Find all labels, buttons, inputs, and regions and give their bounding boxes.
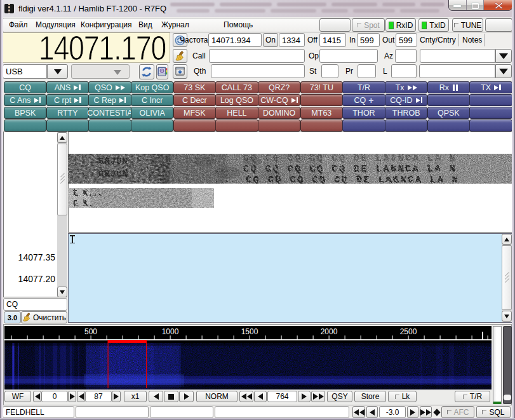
svg-text:GRJUN: GRJUN	[98, 169, 128, 179]
svg-text:E K...: E K...	[73, 189, 103, 198]
svg-text:2500: 2500	[400, 327, 417, 336]
svg-text:GRJUN: GRJUN	[98, 156, 128, 166]
svg-text:1500: 1500	[241, 327, 258, 336]
svg-text:CQ CQ CQ CQ CQ DE LA6NCA LA N: CQ CQ CQ CQ CQ DE LA6NCA LA N	[246, 175, 459, 184]
svg-text:CQ CQ CQ CQ CQ DE LA6NCA LA N: CQ CQ CQ CQ CQ DE LA6NCA LA N	[243, 154, 457, 164]
svg-text:2000: 2000	[321, 327, 338, 336]
svg-text:500: 500	[84, 327, 97, 336]
svg-text:1000: 1000	[162, 327, 179, 336]
svg-text:E K.: E K.	[73, 199, 93, 208]
svg-text:CQ CQ CQ CQ CQ DE LA6NCA LA N: CQ CQ CQ CQ CQ DE LA6NCA LA N	[243, 164, 457, 175]
svg-text:....: ....	[214, 175, 236, 184]
svg-text:....: ....	[214, 164, 236, 174]
